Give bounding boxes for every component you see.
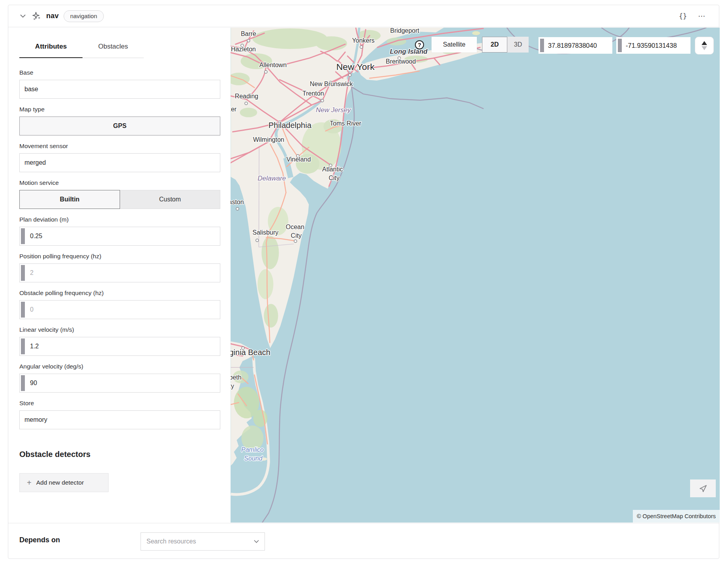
map-label: Brentwood xyxy=(386,58,416,65)
panel-tabs: Attributes Obstacles xyxy=(19,43,220,58)
map-label: ter xyxy=(231,106,237,113)
map-label: New Jersey xyxy=(316,106,351,114)
locate-arrow-icon xyxy=(698,484,708,493)
map-label: Allentown xyxy=(259,62,287,68)
map-label: Barre xyxy=(241,30,256,37)
add-detector-label: Add new detector xyxy=(36,479,84,486)
angular-velocity-field xyxy=(19,374,220,393)
position-polling-label: Position polling frequency (hz) xyxy=(19,253,220,260)
map-label: Ocean xyxy=(286,224,304,230)
latitude-input[interactable] xyxy=(538,37,612,54)
latitude-field xyxy=(538,37,612,54)
map-type-gps-button[interactable]: GPS xyxy=(19,117,220,135)
map-help-icon[interactable]: ? xyxy=(415,40,424,49)
store-field xyxy=(19,410,220,429)
view-3d-button[interactable]: 3D xyxy=(507,37,529,53)
depends-on-section: Depends on Search resources xyxy=(8,523,719,559)
map-label: ginia Beach xyxy=(231,348,270,357)
map-label: ty xyxy=(231,383,234,389)
collapse-chevron-icon[interactable] xyxy=(19,12,27,21)
plan-deviation-field xyxy=(19,227,220,246)
linear-velocity-label: Linear velocity (m/s) xyxy=(19,326,220,333)
store-label: Store xyxy=(19,400,220,407)
obstacle-detectors-heading: Obstacle detectors xyxy=(19,450,220,459)
attributes-panel: Attributes Obstacles Base Map type GPS M… xyxy=(8,28,231,523)
longitude-input[interactable] xyxy=(616,37,690,54)
map-label: New Brunswick xyxy=(310,81,353,87)
angular-velocity-label: Angular velocity (deg/s) xyxy=(19,363,220,370)
satellite-toggle-button[interactable]: Satellite xyxy=(432,37,477,53)
map-attribution: © OpenStreetMap Contributors xyxy=(633,510,720,523)
base-label: Base xyxy=(19,69,220,76)
position-polling-input[interactable] xyxy=(20,264,220,282)
json-mode-icon[interactable]: {} xyxy=(675,12,691,20)
map-label: beth xyxy=(231,374,242,381)
map-label: Philadelphia xyxy=(268,121,312,130)
map-label: Atlantic xyxy=(322,166,343,173)
stepper-up-icon[interactable] xyxy=(702,41,707,45)
add-detector-button[interactable]: + Add new detector xyxy=(19,473,109,492)
map-label: New York xyxy=(336,62,375,72)
map-label: Sound xyxy=(244,455,263,462)
map-label: Vineland xyxy=(286,156,311,163)
depends-on-select[interactable]: Search resources xyxy=(141,532,265,551)
longitude-field xyxy=(616,37,690,54)
map-label: Trenton xyxy=(302,90,324,97)
plus-icon: + xyxy=(27,479,32,487)
map-label: City xyxy=(329,175,340,181)
map-shoal xyxy=(472,31,480,35)
movement-sensor-field xyxy=(19,153,220,172)
map-label: City xyxy=(291,232,302,239)
tab-obstacles[interactable]: Obstacles xyxy=(83,43,144,58)
movement-sensor-label: Movement sensor xyxy=(19,143,220,150)
store-input[interactable] xyxy=(20,411,220,429)
base-field xyxy=(19,80,220,99)
plan-deviation-label: Plan deviation (m) xyxy=(19,216,220,223)
motion-service-custom-option[interactable]: Custom xyxy=(120,190,220,209)
map-label: Toms River xyxy=(330,120,362,127)
linear-velocity-input[interactable] xyxy=(20,337,220,355)
map-label: Reading xyxy=(235,93,259,100)
map-label: Long Island xyxy=(390,48,428,55)
map-canvas[interactable]: BarreHazletonAllentownReadingterNew York… xyxy=(231,28,720,523)
plan-deviation-input[interactable] xyxy=(20,227,220,245)
locate-button[interactable] xyxy=(690,479,716,497)
obstacle-polling-field xyxy=(19,300,220,319)
motion-service-builtin-option[interactable]: Builtin xyxy=(19,190,120,209)
motion-service-label: Motion service xyxy=(19,179,220,186)
map-label: Bridgeport xyxy=(390,28,419,34)
map-type-label: Map type xyxy=(19,106,220,113)
overflow-menu-icon[interactable]: ⋯ xyxy=(696,11,709,21)
base-input[interactable] xyxy=(20,80,220,98)
motion-service-segmented: Builtin Custom xyxy=(19,190,220,209)
stepper-down-icon[interactable] xyxy=(702,46,707,50)
linear-velocity-field xyxy=(19,337,220,356)
chevron-down-icon xyxy=(254,540,259,543)
map-label: Hazleton xyxy=(231,46,256,53)
page: nav navigation {} ⋯ Attributes Obstacles… xyxy=(0,0,728,564)
map-label: Pamlico xyxy=(241,446,264,453)
map-label: Yonkers xyxy=(352,37,375,44)
card-header: nav navigation {} ⋯ xyxy=(8,5,719,27)
map-label: aston xyxy=(231,199,244,205)
map-container: BarreHazletonAllentownReadingterNew York… xyxy=(231,28,720,523)
position-polling-field xyxy=(19,263,220,282)
depends-on-label: Depends on xyxy=(19,536,60,544)
map-label: Wilmington xyxy=(253,136,284,143)
obstacle-polling-input[interactable] xyxy=(20,301,220,319)
view-2d-button[interactable]: 2D xyxy=(482,37,507,53)
map-label: Delaware xyxy=(258,175,286,182)
service-type-badge: navigation xyxy=(64,10,104,22)
navigation-service-icon xyxy=(32,11,41,21)
coordinate-stepper[interactable] xyxy=(695,37,714,55)
obstacle-polling-label: Obstacle polling frequency (hz) xyxy=(19,290,220,297)
tab-attributes[interactable]: Attributes xyxy=(19,43,83,58)
depends-on-placeholder: Search resources xyxy=(146,538,254,545)
map-label: Salisbury xyxy=(253,229,279,236)
service-name: nav xyxy=(46,12,59,20)
movement-sensor-input[interactable] xyxy=(20,154,220,172)
angular-velocity-input[interactable] xyxy=(20,374,220,392)
navigation-service-card: nav navigation {} ⋯ Attributes Obstacles… xyxy=(8,5,719,559)
